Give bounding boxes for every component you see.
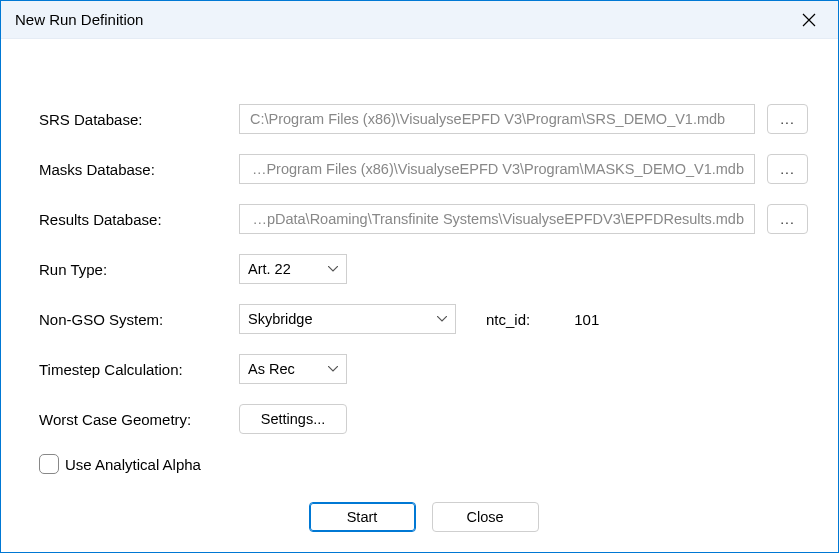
titlebar: New Run Definition (1, 1, 838, 39)
wcg-settings-button[interactable]: Settings... (239, 404, 347, 434)
row-run-type: Run Type: Art. 22 (39, 254, 808, 284)
ntc-id-section: ntc_id: 101 (486, 311, 599, 328)
row-analytical-alpha: Use Analytical Alpha (39, 454, 808, 474)
results-database-label: Results Database: (39, 211, 239, 228)
row-timestep: Timestep Calculation: As Rec (39, 354, 808, 384)
analytical-alpha-label[interactable]: Use Analytical Alpha (65, 456, 201, 473)
ntc-id-value: 101 (574, 311, 599, 328)
start-button[interactable]: Start (309, 502, 416, 532)
srs-database-label: SRS Database: (39, 111, 239, 128)
results-database-input[interactable] (239, 204, 755, 234)
results-browse-button[interactable]: ... (767, 204, 808, 234)
dialog-window: New Run Definition SRS Database: ... Mas… (0, 0, 839, 553)
dialog-content: SRS Database: ... Masks Database: ... Re… (1, 39, 838, 552)
row-masks-database: Masks Database: ... (39, 154, 808, 184)
non-gso-label: Non-GSO System: (39, 311, 239, 328)
ntc-id-label: ntc_id: (486, 311, 530, 328)
run-type-label: Run Type: (39, 261, 239, 278)
timestep-select[interactable]: As Rec (239, 354, 347, 384)
masks-database-input[interactable] (239, 154, 755, 184)
row-worst-case-geometry: Worst Case Geometry: Settings... (39, 404, 808, 434)
window-title: New Run Definition (15, 11, 143, 28)
run-type-select[interactable]: Art. 22 (239, 254, 347, 284)
row-results-database: Results Database: ... (39, 204, 808, 234)
srs-browse-button[interactable]: ... (767, 104, 808, 134)
non-gso-select[interactable]: Skybridge (239, 304, 456, 334)
srs-database-input[interactable] (239, 104, 755, 134)
masks-database-label: Masks Database: (39, 161, 239, 178)
masks-browse-button[interactable]: ... (767, 154, 808, 184)
close-icon[interactable] (792, 6, 826, 34)
timestep-label: Timestep Calculation: (39, 361, 239, 378)
analytical-alpha-checkbox[interactable] (39, 454, 59, 474)
action-button-row: Start Close (39, 502, 808, 532)
wcg-label: Worst Case Geometry: (39, 411, 239, 428)
row-non-gso-system: Non-GSO System: Skybridge ntc_id: 101 (39, 304, 808, 334)
row-srs-database: SRS Database: ... (39, 104, 808, 134)
close-button[interactable]: Close (432, 502, 539, 532)
